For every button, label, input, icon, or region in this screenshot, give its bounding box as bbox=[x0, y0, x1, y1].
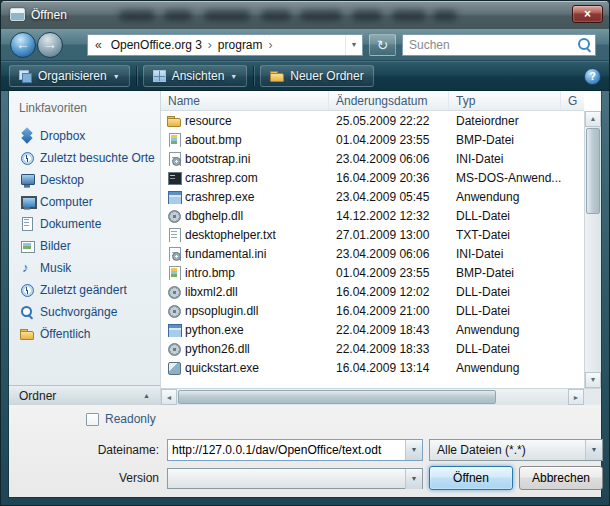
horizontal-scrollbar[interactable]: ◄ ► bbox=[161, 388, 601, 405]
sidebar-item-pictures[interactable]: Bilder bbox=[9, 235, 160, 257]
breadcrumb-separator-icon: › bbox=[206, 38, 214, 52]
readonly-option[interactable]: Readonly bbox=[86, 412, 156, 426]
breadcrumb-dropdown-icon[interactable]: ▼ bbox=[345, 35, 362, 55]
table-row[interactable]: about.bmp 01.04.2009 23:55 BMP-Datei bbox=[161, 130, 584, 149]
close-button[interactable]: × bbox=[572, 5, 603, 23]
file-name: crashrep.com bbox=[185, 171, 258, 185]
file-name: npsoplugin.dll bbox=[185, 304, 258, 318]
file-date: 23.04.2009 06:06 bbox=[329, 247, 449, 261]
table-row[interactable]: resource 25.05.2009 22:22 Dateiordner bbox=[161, 111, 584, 130]
column-header-size[interactable]: G bbox=[561, 91, 584, 110]
vertical-scroll-thumb[interactable] bbox=[586, 128, 600, 214]
column-header-date[interactable]: Änderungsdatum bbox=[329, 91, 449, 110]
dialog-icon bbox=[10, 8, 25, 21]
file-name: desktophelper.txt bbox=[185, 228, 276, 242]
organize-label: Organisieren bbox=[38, 69, 107, 83]
views-button[interactable]: Ansichten ▼ bbox=[143, 65, 248, 87]
search-input[interactable] bbox=[403, 38, 575, 52]
readonly-label: Readonly bbox=[105, 412, 156, 426]
file-type: Anwendung bbox=[449, 323, 561, 337]
recent-places-icon bbox=[20, 151, 34, 165]
table-row[interactable]: dbghelp.dll 14.12.2002 12:32 DLL-Datei bbox=[161, 206, 584, 225]
column-header-type[interactable]: Typ bbox=[449, 91, 561, 110]
scroll-right-icon[interactable]: ► bbox=[568, 389, 584, 405]
table-row[interactable]: desktophelper.txt 27.01.2009 13:00 TXT-D… bbox=[161, 225, 584, 244]
file-date: 16.04.2009 20:36 bbox=[329, 171, 449, 185]
vertical-scrollbar[interactable]: ▲ ▼ bbox=[584, 111, 601, 388]
navigation-bar: ← → « OpenOffice.org 3 › program › ▼ ↻ bbox=[1, 29, 609, 61]
version-label: Version bbox=[9, 471, 159, 485]
ini-file-icon bbox=[167, 152, 181, 166]
file-type: INI-Datei bbox=[449, 247, 561, 261]
filename-input[interactable] bbox=[168, 440, 405, 460]
forward-button[interactable]: → bbox=[37, 32, 63, 58]
titlebar-glass-smudge bbox=[204, 10, 250, 21]
table-row[interactable]: python.exe 22.04.2009 18:43 Anwendung bbox=[161, 320, 584, 339]
filename-dropdown-icon[interactable]: ▼ bbox=[405, 440, 422, 460]
scroll-up-icon[interactable]: ▲ bbox=[585, 111, 601, 127]
table-row[interactable]: intro.bmp 01.04.2009 23:55 BMP-Datei bbox=[161, 263, 584, 282]
organize-button[interactable]: Organisieren ▼ bbox=[9, 65, 130, 87]
bmp-file-icon bbox=[167, 266, 181, 280]
file-name: quickstart.exe bbox=[185, 361, 259, 375]
sidebar-item-desktop[interactable]: Desktop bbox=[9, 169, 160, 191]
file-type: BMP-Datei bbox=[449, 133, 561, 147]
music-icon bbox=[20, 261, 34, 275]
file-type: INI-Datei bbox=[449, 152, 561, 166]
new-folder-button[interactable]: Neuer Ordner bbox=[260, 65, 373, 87]
refresh-button[interactable]: ↻ bbox=[369, 34, 396, 56]
sidebar-item-computer[interactable]: Computer bbox=[9, 191, 160, 213]
table-row[interactable]: crashrep.exe 23.04.2009 05:45 Anwendung bbox=[161, 187, 584, 206]
sidebar-item-label: Öffentlich bbox=[40, 327, 90, 341]
scroll-left-icon[interactable]: ◄ bbox=[161, 389, 177, 405]
table-row[interactable]: bootstrap.ini 23.04.2009 06:06 INI-Datei bbox=[161, 149, 584, 168]
toolbar-separator bbox=[136, 66, 137, 86]
sidebar-item-dropbox[interactable]: Dropbox bbox=[9, 125, 160, 147]
sidebar: Linkfavoriten Dropbox Zuletzt besuchte O… bbox=[9, 91, 161, 405]
open-button[interactable]: Öffnen bbox=[429, 466, 513, 490]
pictures-icon bbox=[20, 239, 34, 253]
version-select[interactable]: ▼ bbox=[167, 468, 423, 489]
window-title: Öffnen bbox=[31, 8, 67, 22]
sidebar-item-recent-places[interactable]: Zuletzt besuchte Orte bbox=[9, 147, 160, 169]
sidebar-item-searches[interactable]: Suchvorgänge bbox=[9, 301, 160, 323]
readonly-checkbox[interactable] bbox=[86, 413, 99, 426]
filetype-dropdown-icon[interactable]: ▼ bbox=[585, 440, 602, 460]
file-browser: Linkfavoriten Dropbox Zuletzt besuchte O… bbox=[9, 91, 601, 405]
table-row[interactable]: python26.dll 22.04.2009 18:33 DLL-Datei bbox=[161, 339, 584, 358]
scroll-down-icon[interactable]: ▼ bbox=[585, 372, 601, 388]
file-name: python26.dll bbox=[185, 342, 250, 356]
column-header-name[interactable]: Name bbox=[161, 91, 329, 110]
file-date: 16.04.2009 12:02 bbox=[329, 285, 449, 299]
sidebar-item-public[interactable]: Öffentlich bbox=[9, 323, 160, 345]
table-row[interactable]: npsoplugin.dll 16.04.2009 21:00 DLL-Date… bbox=[161, 301, 584, 320]
cancel-button[interactable]: Abbrechen bbox=[519, 466, 603, 490]
table-row[interactable]: libxml2.dll 16.04.2009 12:02 DLL-Datei bbox=[161, 282, 584, 301]
folder-icon bbox=[167, 114, 181, 128]
table-row[interactable]: fundamental.ini 23.04.2009 06:06 INI-Dat… bbox=[161, 244, 584, 263]
sidebar-item-recently-changed[interactable]: Zuletzt geändert bbox=[9, 279, 160, 301]
folders-expander[interactable]: Ordner ▲ bbox=[9, 385, 160, 405]
table-row[interactable]: crashrep.com 16.04.2009 20:36 MS-DOS-Anw… bbox=[161, 168, 584, 187]
file-type: DLL-Datei bbox=[449, 209, 561, 223]
search-icon[interactable] bbox=[575, 35, 595, 55]
file-type: TXT-Datei bbox=[449, 228, 561, 242]
titlebar-glass-smudge bbox=[392, 10, 426, 21]
views-label: Ansichten bbox=[172, 69, 225, 83]
horizontal-scroll-thumb[interactable] bbox=[178, 390, 496, 404]
back-button[interactable]: ← bbox=[10, 32, 36, 58]
sidebar-item-documents[interactable]: Dokumente bbox=[9, 213, 160, 235]
file-date: 14.12.2002 12:32 bbox=[329, 209, 449, 223]
version-dropdown-icon[interactable]: ▼ bbox=[405, 469, 422, 489]
breadcrumb-segment[interactable]: program bbox=[214, 38, 267, 52]
sidebar-item-music[interactable]: Musik bbox=[9, 257, 160, 279]
file-name: about.bmp bbox=[185, 133, 242, 147]
breadcrumb-segment[interactable]: OpenOffice.org 3 bbox=[107, 38, 206, 52]
breadcrumb-overflow-chevron[interactable]: « bbox=[88, 38, 107, 52]
filetype-select[interactable]: Alle Dateien (*.*) ▼ bbox=[429, 439, 603, 461]
title-bar[interactable]: Öffnen × bbox=[1, 1, 609, 29]
table-row[interactable]: quickstart.exe 16.04.2009 13:14 Anwendun… bbox=[161, 358, 584, 377]
breadcrumb[interactable]: « OpenOffice.org 3 › program › ▼ bbox=[87, 34, 363, 56]
ini-file-icon bbox=[167, 247, 181, 261]
help-button[interactable]: ? bbox=[584, 68, 601, 85]
